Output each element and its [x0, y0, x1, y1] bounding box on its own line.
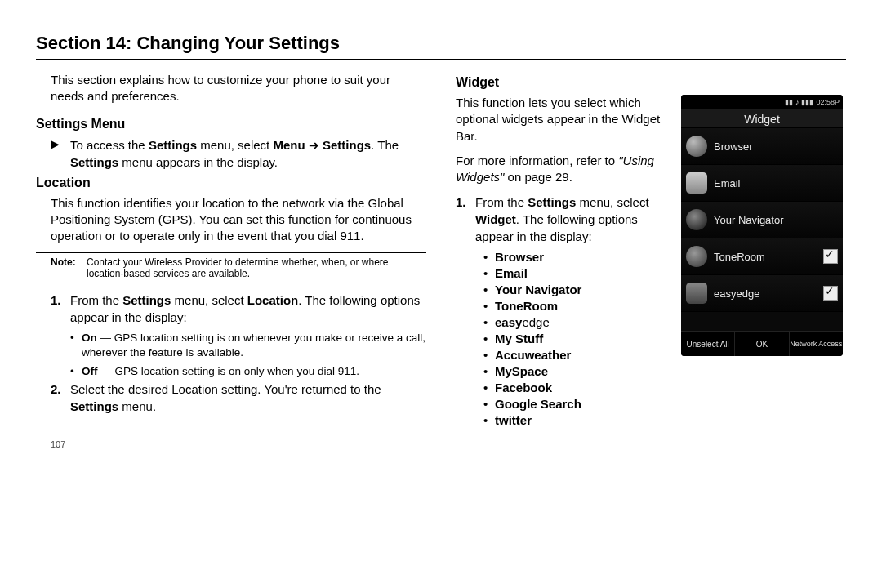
widget-bullet: •Browser [483, 250, 671, 264]
bullet-dot: • [70, 331, 82, 360]
phone-statusbar: ▮▮ ♪ ▮▮▮ 02:58P [681, 95, 843, 109]
widget-bullet: •Your Navigator [483, 283, 671, 296]
phone-screenshot: ▮▮ ♪ ▮▮▮ 02:58P Widget Browser Emai [681, 95, 843, 356]
bullet-dot: • [70, 364, 82, 379]
softkey-unselect-all[interactable]: Unselect All [681, 332, 735, 356]
note-rule-bottom [36, 283, 426, 283]
phone-widget-item-browser[interactable]: Browser [681, 128, 843, 165]
widget-step-1-text: From the Settings menu, select Widget. T… [475, 194, 671, 245]
phone-widget-label: ToneRoom [714, 251, 823, 263]
intro-paragraph: This section explains how to customize y… [51, 72, 426, 105]
widget-bullet: •ToneRoom [483, 299, 671, 313]
widget-bullet: •twitter [483, 413, 671, 427]
phone-widget-item-email[interactable]: Email [681, 165, 843, 202]
softkey-ok[interactable]: OK [735, 332, 789, 356]
globe-icon [686, 136, 707, 157]
note-label: Note: [36, 256, 87, 279]
phone-widget-item-easyedge[interactable]: easyedge [681, 275, 843, 312]
phone-widget-label: Browser [714, 140, 838, 153]
phone-widget-item-navigator[interactable]: Your Navigator [681, 202, 843, 238]
location-step-2-text: Select the desired Location setting. You… [70, 381, 426, 415]
widget-bullet: •Email [483, 266, 671, 280]
location-note: Note: Contact your Wireless Provider to … [36, 252, 426, 283]
phone-widget-item-toneroom[interactable]: ToneRoom [681, 238, 843, 275]
widget-bullet: •Accuweather [483, 348, 671, 362]
battery-icon: ▮▮▮ [801, 98, 813, 106]
step-number-1: 1. [456, 194, 475, 245]
widget-bullet: •MySpace [483, 364, 671, 378]
phone-widget-list: Browser Email Your Navigator ToneRo [681, 128, 843, 331]
step-number-1: 1. [51, 292, 70, 326]
mail-icon [686, 172, 707, 194]
widget-bullet: •Google Search [483, 397, 671, 411]
phone-softkey-bar: Unselect All OK Network Access [681, 331, 843, 356]
widget-bullet: •My Stuff [483, 332, 671, 345]
widget-step-1: 1. From the Settings menu, select Widget… [456, 194, 671, 245]
phone-widget-label: easyedge [714, 287, 823, 300]
widget-text-block: This function lets you select which opti… [456, 95, 671, 430]
note-rule-top [36, 252, 426, 253]
compass-icon [686, 209, 707, 230]
right-column: Widget This function lets you select whi… [456, 72, 846, 449]
widget-paragraph-1: This function lets you select which opti… [456, 95, 671, 145]
section-title: Section 14: Changing Your Settings [36, 33, 846, 54]
location-paragraph: This function identifies your location t… [51, 195, 426, 245]
softkey-network-access[interactable]: Network Access [790, 332, 843, 356]
status-time: 02:58P [816, 98, 840, 106]
location-step-1-text: From the Settings menu, select Location.… [70, 292, 426, 326]
two-column-layout: This section explains how to customize y… [36, 72, 846, 449]
music-icon: ♪ [795, 98, 800, 106]
checkbox-icon[interactable] [823, 249, 838, 264]
location-step-1: 1. From the Settings menu, select Locati… [51, 292, 426, 326]
title-rule [36, 59, 846, 60]
phone-widget-label: Your Navigator [714, 214, 838, 226]
phone-screen-title: Widget [681, 109, 843, 128]
signal-icon: ▮▮ [785, 98, 793, 106]
page-number: 107 [51, 439, 426, 449]
checkbox-icon[interactable] [823, 286, 838, 301]
arrow-bullet-icon: ▶ [51, 136, 70, 171]
widget-paragraph-2: For more information, refer to "Using Wi… [456, 153, 671, 186]
widget-bullet: •easyedge [483, 315, 671, 329]
note-body: Contact your Wireless Provider to determ… [87, 256, 426, 279]
location-option-off: • Off — GPS location setting is on only … [70, 364, 426, 379]
step-number-2: 2. [51, 381, 70, 415]
heading-location: Location [36, 176, 426, 190]
music-icon [686, 246, 707, 267]
widget-bullet: •Facebook [483, 381, 671, 394]
phone-widget-label: Email [714, 177, 838, 189]
location-option-on: • On — GPS location setting is on whenev… [70, 331, 426, 360]
heading-settings-menu: Settings Menu [36, 117, 426, 131]
heading-widget: Widget [456, 75, 846, 90]
star-icon [686, 283, 707, 304]
settings-access-step: ▶ To access the Settings menu, select Me… [51, 136, 426, 171]
settings-access-text: To access the Settings menu, select Menu… [70, 136, 426, 171]
location-step-2: 2. Select the desired Location setting. … [51, 381, 426, 415]
left-column: This section explains how to customize y… [36, 72, 426, 449]
